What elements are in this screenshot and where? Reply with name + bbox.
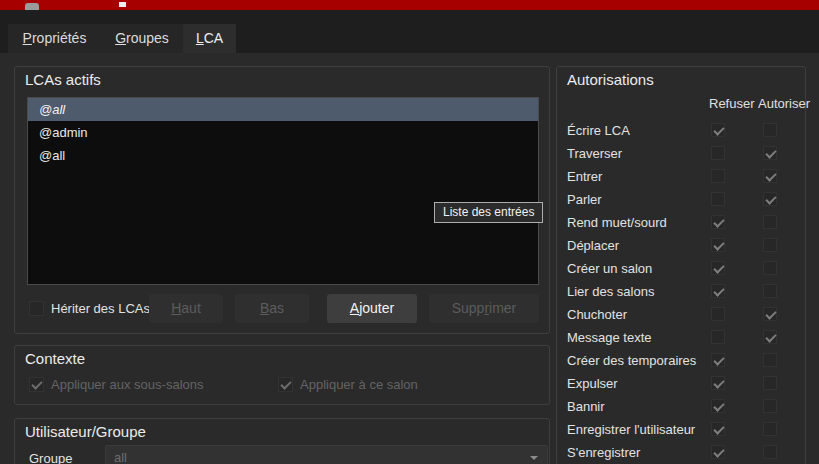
remove-button[interactable]: Supprimer — [429, 294, 539, 323]
deny-checkbox[interactable] — [711, 422, 725, 436]
deny-checkbox[interactable] — [711, 445, 725, 459]
permission-label: Déplacer — [567, 234, 619, 257]
context-groupbox: Contexte Appliquer aux sous-salons Appli… — [14, 345, 550, 405]
allow-checkbox[interactable] — [763, 192, 777, 206]
permission-row: Créer des temporaires — [557, 349, 803, 372]
button-label: imer — [489, 300, 516, 316]
tab-label: L — [196, 30, 204, 46]
permission-row: Entrer — [557, 165, 803, 188]
permission-label: Parler — [567, 188, 602, 211]
permission-label: Message texte — [567, 326, 652, 349]
tab-label: roupes — [126, 30, 169, 46]
active-acls-title: LCAs actifs — [25, 71, 101, 88]
allow-checkbox[interactable] — [763, 261, 777, 275]
allow-checkbox[interactable] — [763, 399, 777, 413]
chevron-down-icon — [530, 456, 538, 460]
permission-row: Créer un salon — [557, 257, 803, 280]
tab-lca[interactable]: LCA — [183, 24, 236, 54]
acl-entry-list[interactable]: @all@admin@all — [27, 97, 539, 285]
acl-editor-window: Propriétés Groupes LCA LCAs actifs @all@… — [0, 0, 819, 464]
allow-checkbox[interactable] — [763, 123, 777, 137]
deny-checkbox[interactable] — [711, 353, 725, 367]
permission-label: Créer des temporaires — [567, 349, 696, 372]
button-label: H — [171, 300, 181, 316]
permission-label: Créer un salon — [567, 257, 652, 280]
permission-row: Traverser — [557, 142, 803, 165]
allow-checkbox[interactable] — [763, 169, 777, 183]
apply-subchannels-checkbox[interactable] — [29, 377, 44, 392]
group-dropdown[interactable]: all — [105, 445, 548, 464]
inherit-acls-label: Hériter des LCAs — [51, 294, 150, 323]
permission-row: Message texte — [557, 326, 803, 349]
deny-checkbox[interactable] — [711, 399, 725, 413]
tab-bar: Propriétés Groupes LCA — [0, 10, 819, 53]
tab-label: G — [115, 30, 126, 46]
permission-label: Lier des salons — [567, 280, 654, 303]
button-label: aut — [181, 300, 200, 316]
allow-checkbox[interactable] — [763, 422, 777, 436]
user-group-title: Utilisateur/Groupe — [25, 423, 146, 440]
tab-groupes[interactable]: Groupes — [101, 24, 183, 53]
permission-label: Traverser — [567, 142, 622, 165]
tab-label: ropriétés — [32, 30, 86, 46]
entry-list-tooltip: Liste des entrées — [434, 202, 543, 223]
allow-checkbox[interactable] — [763, 215, 777, 229]
button-label: as — [269, 300, 284, 316]
allow-column-header: Autoriser — [758, 96, 810, 111]
deny-checkbox[interactable] — [711, 261, 725, 275]
permission-label: Écrire LCA — [567, 119, 630, 142]
deny-checkbox[interactable] — [711, 307, 725, 321]
allow-checkbox[interactable] — [763, 284, 777, 298]
permission-row: S'enregistrer — [557, 441, 803, 464]
acl-list-item[interactable]: @all — [28, 144, 538, 167]
add-button[interactable]: Ajouter — [327, 294, 417, 323]
deny-checkbox[interactable] — [711, 192, 725, 206]
active-acls-groupbox: LCAs actifs @all@admin@all Hériter des L… — [14, 66, 550, 334]
group-dropdown-value: all — [114, 446, 127, 464]
allow-checkbox[interactable] — [763, 330, 777, 344]
deny-checkbox[interactable] — [711, 376, 725, 390]
button-label: B — [260, 300, 269, 316]
apply-this-channel-label: Appliquer à ce salon — [300, 370, 418, 399]
apply-this-channel-checkbox[interactable] — [278, 377, 293, 392]
permissions-title: Autorisations — [567, 71, 654, 88]
deny-checkbox[interactable] — [711, 123, 725, 137]
permission-row: Déplacer — [557, 234, 803, 257]
acl-list-item[interactable]: @all — [28, 98, 538, 121]
allow-checkbox[interactable] — [763, 238, 777, 252]
window-title-fragment — [119, 2, 126, 7]
app-icon — [25, 3, 39, 10]
permission-row: Écrire LCA — [557, 119, 803, 142]
window-titlebar[interactable] — [0, 0, 819, 10]
group-label: Groupe — [29, 449, 72, 464]
deny-checkbox[interactable] — [711, 146, 725, 160]
deny-checkbox[interactable] — [711, 169, 725, 183]
allow-checkbox[interactable] — [763, 307, 777, 321]
deny-checkbox[interactable] — [711, 215, 725, 229]
permission-label: Enregistrer l'utilisateur — [567, 418, 695, 441]
permission-row: Chuchoter — [557, 303, 803, 326]
allow-checkbox[interactable] — [763, 445, 777, 459]
tab-proprietes[interactable]: Propriétés — [8, 24, 101, 53]
user-group-groupbox: Utilisateur/Groupe Groupe all — [14, 418, 550, 464]
deny-checkbox[interactable] — [711, 284, 725, 298]
tab-label: P — [23, 30, 32, 46]
deny-checkbox[interactable] — [711, 330, 725, 344]
permission-row: Parler — [557, 188, 803, 211]
button-label: jouter — [359, 300, 394, 316]
allow-checkbox[interactable] — [763, 376, 777, 390]
inherit-acls-checkbox[interactable] — [29, 301, 44, 316]
permission-row: Rend muet/sourd — [557, 211, 803, 234]
context-title: Contexte — [25, 350, 85, 367]
allow-checkbox[interactable] — [763, 353, 777, 367]
deny-checkbox[interactable] — [711, 238, 725, 252]
permission-row: Expulser — [557, 372, 803, 395]
tab-label: CA — [204, 30, 223, 46]
permission-row: Lier des salons — [557, 280, 803, 303]
allow-checkbox[interactable] — [763, 146, 777, 160]
move-up-button[interactable]: Haut — [149, 294, 223, 323]
acl-list-item[interactable]: @admin — [28, 121, 538, 144]
permissions-groupbox: Autorisations Refuser Autoriser Écrire L… — [556, 66, 806, 464]
button-label: A — [350, 300, 359, 316]
move-down-button[interactable]: Bas — [235, 294, 309, 323]
